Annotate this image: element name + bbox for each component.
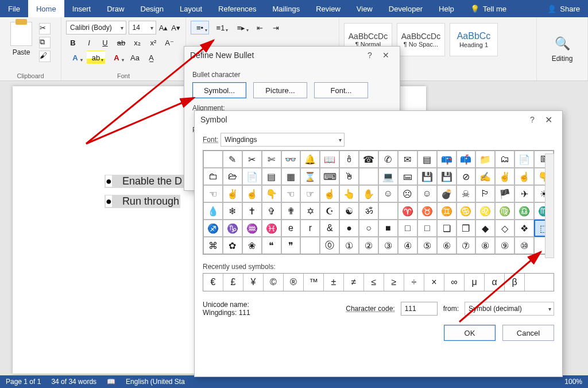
symbol-cell[interactable]: ✂ [242,151,262,168]
symbol-cell[interactable]: ☠ [457,185,476,202]
symbol-cell[interactable]: ☯ [339,202,359,220]
symbol-cell[interactable]: ♒ [242,220,262,237]
copy-icon[interactable]: ⧉ [39,37,51,48]
symbol-cell[interactable]: ♊ [437,202,457,220]
font-name-combo[interactable]: Calibri (Body) [66,21,126,34]
symbol-cell[interactable]: 🗁 [223,168,242,185]
symbol-cell[interactable]: 🖴 [398,168,417,185]
symbol-cell[interactable]: ⓪ [320,237,339,254]
underline-button[interactable]: U [98,36,112,49]
symbol-cell[interactable]: 💻 [378,168,398,185]
recent-symbols[interactable]: €£¥©®™±≠≤≥÷×∞μαβ [203,273,554,291]
help-button[interactable]: ? [524,115,540,124]
symbol-cell[interactable]: 📁 [475,151,495,168]
symbol-cell[interactable]: 👓 [281,151,301,168]
symbol-cell[interactable]: ❞ [281,237,301,254]
symbol-cell[interactable] [359,168,378,185]
symbol-cell[interactable]: ♎ [514,202,534,220]
symbol-cell[interactable]: ♑ [223,220,242,237]
recent-symbol-cell[interactable]: α [485,274,505,291]
superscript-button[interactable]: x² [146,36,160,49]
recent-symbol-cell[interactable]: ≠ [344,274,364,291]
recent-symbol-cell[interactable]: ± [324,274,344,291]
tab-mailings[interactable]: Mailings [265,0,308,17]
symbol-cell[interactable]: ■ [378,220,398,237]
symbol-cell[interactable]: ⑥ [437,237,457,254]
symbol-cell[interactable]: & [320,220,339,237]
shrink-font-icon[interactable]: A▾ [171,21,181,34]
symbol-cell[interactable]: ✌ [223,185,242,202]
symbol-cell[interactable]: ☝ [320,185,339,202]
symbol-cell[interactable]: ✞ [262,202,281,220]
symbol-cell[interactable]: ● [339,220,359,237]
symbol-cell[interactable]: □ [398,220,417,237]
recent-symbol-cell[interactable]: β [505,274,525,291]
symbol-cell[interactable]: ✋ [359,185,378,202]
symbol-cell[interactable]: ॐ [359,202,378,220]
symbol-cell[interactable]: ♐ [203,220,223,237]
tell-me[interactable]: 💡Tell me [462,0,514,17]
highlight-button[interactable]: ab [87,51,105,64]
symbol-cell[interactable]: ✟ [281,202,301,220]
symbol-cell[interactable]: 🏳 [475,185,495,202]
symbol-cell[interactable]: ✍ [475,168,495,185]
help-button[interactable]: ? [362,51,378,60]
grid-scrollbar[interactable] [545,153,554,258]
symbol-cell[interactable]: ⌛ [300,168,320,185]
symbol-cell[interactable]: 📪 [437,151,457,168]
symbol-cell[interactable]: r [300,220,320,237]
recent-symbol-cell[interactable]: ™ [304,274,324,291]
recent-symbol-cell[interactable]: ÷ [404,274,424,291]
text-effects-button[interactable]: A [66,51,84,64]
grow-font-icon[interactable]: A▴ [158,21,169,34]
tab-file[interactable]: File [0,0,28,17]
recent-symbol-cell[interactable]: μ [465,274,485,291]
symbol-cell[interactable]: ❀ [242,237,262,254]
symbol-cell[interactable]: ✈ [514,185,534,202]
symbol-cell[interactable]: ⑩ [514,237,534,254]
list-item[interactable]: Run through [105,195,180,208]
symbol-cell[interactable]: ✡ [300,202,320,220]
recent-symbol-cell[interactable]: ® [284,274,304,291]
tab-insert[interactable]: Insert [64,0,99,17]
symbol-cell[interactable]: ❐ [457,220,476,237]
recent-symbol-cell[interactable]: ≤ [364,274,384,291]
symbol-cell[interactable]: ③ [378,237,398,254]
symbol-cell[interactable]: ☝ [514,168,534,185]
symbol-cell[interactable]: e [281,220,301,237]
symbol-button[interactable]: Symbol... [192,82,246,98]
symbol-cell[interactable]: ① [339,237,359,254]
char-code-input[interactable]: 111 [401,302,438,316]
multilevel-list-button[interactable]: ≡▸ [232,21,250,34]
symbol-cell[interactable]: ② [359,237,378,254]
symbol-cell[interactable] [203,151,223,168]
style-no-spacing[interactable]: AaBbCcDc¶ No Spac... [397,23,445,56]
tab-developer[interactable]: Developer [381,0,431,17]
symbol-cell[interactable]: 🔔 [300,151,320,168]
symbol-cell[interactable]: ☎ [359,151,378,168]
tab-view[interactable]: View [349,0,381,17]
symbol-cell[interactable]: ▦ [281,168,301,185]
status-words[interactable]: 34 of 34 words [51,378,96,386]
symbol-cell[interactable]: 👇 [262,185,281,202]
char-border-icon[interactable]: A̲ [144,51,158,64]
symbol-cell[interactable]: ✿ [223,237,242,254]
symbol-cell[interactable]: 💧 [203,202,223,220]
symbol-cell[interactable]: 🖱 [339,168,359,185]
spell-check-icon[interactable]: 📖 [107,378,115,386]
symbol-cell[interactable]: 🗀 [203,168,223,185]
symbol-cell[interactable]: ✉ [398,151,417,168]
close-button[interactable]: ✕ [540,114,556,125]
subscript-button[interactable]: x₂ [130,36,144,49]
tab-help[interactable]: Help [431,0,462,17]
paste-button[interactable]: Paste [5,20,38,63]
recent-symbol-cell[interactable]: ∞ [444,274,465,291]
symbol-cell[interactable]: ④ [398,237,417,254]
font-button[interactable]: Font... [314,82,368,98]
font-color-button[interactable]: A [107,51,126,64]
symbol-cell[interactable]: ⑤ [417,237,437,254]
symbol-cell[interactable]: ⌘ [203,237,223,254]
status-zoom[interactable]: 100% [564,378,582,386]
recent-symbol-cell[interactable]: ¥ [243,274,264,291]
symbol-cell[interactable]: 💾 [437,168,457,185]
